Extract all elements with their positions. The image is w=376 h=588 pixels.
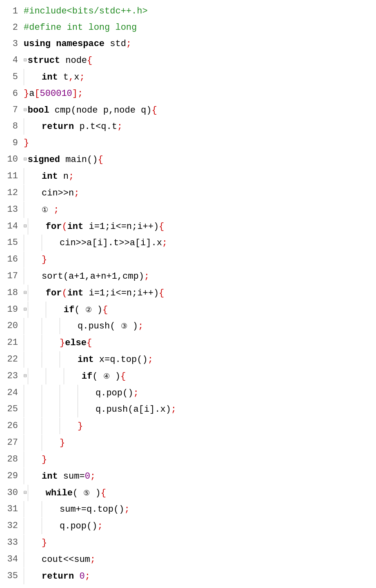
code-token	[74, 571, 79, 581]
code-token: ;	[90, 471, 96, 481]
fold-symbol-10[interactable]: ⊟	[24, 156, 27, 162]
vline-1	[42, 318, 60, 334]
line-number-24: 24	[0, 385, 21, 401]
vline-0	[24, 535, 42, 551]
code-line-4: 4⊟struct node{	[0, 52, 376, 69]
vline-1	[42, 351, 60, 368]
code-line-15: 15cin>>a[i].t>>a[i].x;	[0, 235, 376, 251]
code-line-8: 8return p.t<q.t;	[0, 118, 376, 135]
vline-0	[24, 551, 42, 568]
code-token: }	[42, 255, 47, 265]
code-token: for	[46, 288, 62, 298]
code-line-23: 23⊟if( ④ ){	[0, 368, 376, 385]
line-num-text-10: 10	[7, 154, 18, 164]
line-content-34: cout<<sum;	[21, 551, 376, 568]
line-content-33: }	[21, 535, 376, 551]
code-line-13: 13① ;	[0, 202, 376, 218]
line-content-3: using namespace std;	[21, 36, 376, 52]
line-number-34: 34	[0, 551, 21, 568]
code-token: return	[42, 122, 74, 132]
code-token: )	[127, 321, 138, 331]
code-token: sum=	[58, 471, 85, 481]
code-token: 500010	[40, 89, 72, 99]
code-token: ;	[126, 39, 131, 49]
code-token: int	[42, 171, 58, 182]
vline-0	[24, 401, 42, 417]
code-token: cin>>n	[42, 188, 74, 198]
line-content-9: }	[21, 135, 376, 151]
fold-symbol-18[interactable]: ⊟	[24, 290, 27, 296]
fold-symbol-14[interactable]: ⊟	[24, 223, 27, 229]
vline-0	[24, 251, 42, 268]
fold-symbol-4[interactable]: ⊟	[24, 57, 27, 63]
vline-3	[78, 401, 96, 417]
line-content-13: ① ;	[21, 202, 376, 218]
code-line-32: 32q.pop();	[0, 518, 376, 535]
code-token: 0	[79, 571, 85, 581]
line-number-33: 33	[0, 535, 21, 551]
vline-0	[24, 118, 42, 135]
code-token: x=q.top()	[94, 355, 148, 365]
line-content-35: return 0;	[21, 568, 376, 585]
line-number-16: 16	[0, 251, 21, 268]
code-token: }	[60, 438, 65, 448]
code-token: #include<bits/stdc++.h>	[24, 6, 148, 16]
code-token: #define	[24, 22, 67, 33]
code-token: sort(a+1,a+n+1,cmp)	[42, 271, 144, 282]
line-content-25: q.push(a[i].x);	[21, 401, 376, 418]
fold-symbol-23[interactable]: ⊟	[24, 373, 27, 379]
vline-2	[60, 385, 78, 401]
line-number-21: 21	[0, 335, 21, 351]
code-token: n	[58, 171, 69, 182]
code-line-1: 1#include<bits/stdc++.h>	[0, 3, 376, 20]
vline-1	[46, 302, 64, 318]
code-line-26: 26}	[0, 418, 376, 435]
code-line-27: 27}	[0, 435, 376, 451]
code-token: cout<<sum	[42, 555, 90, 565]
code-token: ②	[85, 306, 92, 314]
code-token: ;	[171, 404, 176, 415]
vline-0	[24, 518, 42, 534]
code-line-31: 31sum+=q.top();	[0, 501, 376, 518]
code-token: ]	[72, 89, 78, 99]
code-token: sum+=q.top()	[60, 504, 124, 515]
vline-1	[42, 435, 60, 451]
vline-0	[24, 318, 42, 334]
line-content-2: #define int long long	[21, 20, 376, 36]
code-token: i=1;i<=n;i++)	[83, 288, 159, 298]
vline-0	[24, 268, 42, 284]
vline-1	[42, 385, 60, 401]
line-content-4: ⊟struct node{	[21, 52, 376, 69]
line-content-29: int sum=0;	[21, 468, 376, 485]
line-content-11: int n;	[21, 168, 376, 185]
line-number-32: 32	[0, 518, 21, 534]
code-token: long long	[83, 22, 137, 33]
vline-1	[42, 501, 60, 517]
code-line-11: 11int n;	[0, 168, 376, 185]
code-token: ;	[133, 388, 138, 398]
code-token: signed	[28, 155, 60, 165]
code-token: )	[92, 304, 102, 315]
code-token: if	[64, 304, 74, 315]
line-content-27: }	[21, 435, 376, 451]
code-token: ;	[90, 555, 96, 565]
line-number-7: 7	[0, 102, 21, 118]
code-token: (	[62, 221, 67, 231]
code-token: q.pop()	[96, 388, 133, 398]
code-token: ④	[103, 373, 110, 381]
vline-0	[28, 485, 46, 501]
code-token: namespace	[56, 39, 105, 49]
code-token: (	[92, 371, 103, 382]
vline-1	[42, 335, 60, 351]
fold-symbol-7[interactable]: ⊟	[24, 107, 27, 113]
code-token: {	[87, 55, 92, 66]
vline-0	[24, 568, 42, 584]
code-token: ;	[124, 504, 129, 515]
code-token: x	[74, 72, 79, 82]
code-token: ;	[74, 188, 79, 198]
fold-symbol-19[interactable]: ⊟	[24, 306, 27, 313]
line-num-text-30: 30	[7, 488, 18, 498]
fold-symbol-30[interactable]: ⊟	[24, 490, 27, 496]
code-token: {	[102, 304, 108, 315]
line-content-23: ⊟if( ④ ){	[21, 368, 376, 385]
